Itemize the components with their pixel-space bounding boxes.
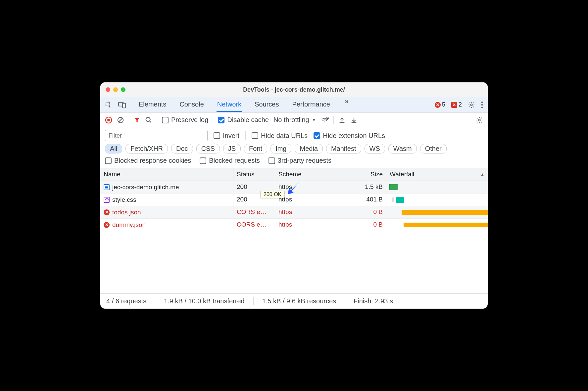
tab-elements[interactable]: Elements <box>138 97 167 112</box>
more-options-icon[interactable] <box>481 101 483 109</box>
preserve-log-checkbox[interactable]: Preserve log <box>162 116 208 124</box>
blocked-cookies-checkbox[interactable]: Blocked response cookies <box>105 157 191 164</box>
checkbox-checked-icon <box>314 132 320 139</box>
svg-point-13 <box>324 121 325 122</box>
errors-badge[interactable]: ✕ 5 <box>435 101 445 108</box>
row-scheme: https <box>275 206 344 218</box>
pill-media[interactable]: Media <box>295 144 322 153</box>
tab-network[interactable]: Network <box>217 97 242 112</box>
col-size[interactable]: Size <box>344 168 386 181</box>
col-waterfall[interactable]: Waterfall ▲ <box>386 168 488 181</box>
row-size: 0 B <box>344 206 386 218</box>
waterfall-bar-icon <box>389 184 398 190</box>
settings-icon[interactable] <box>468 101 475 109</box>
pill-js[interactable]: JS <box>223 144 241 153</box>
hide-data-urls-checkbox[interactable]: Hide data URLs <box>252 132 308 140</box>
issues-badge[interactable]: ✕ 2 <box>451 101 462 108</box>
document-icon <box>104 184 110 190</box>
svg-point-5 <box>481 104 483 106</box>
checkbox-icon <box>105 157 112 164</box>
network-settings-icon[interactable] <box>476 116 483 124</box>
row-waterfall <box>386 219 488 231</box>
table-row[interactable]: ✕ todos.json CORS e… https 0 B <box>100 206 488 219</box>
invert-label: Invert <box>223 132 239 140</box>
devtools-window: DevTools - jec-cors-demo.glitch.me/ Elem… <box>100 82 488 309</box>
resource-type-pills: All Fetch/XHR Doc CSS JS Font Img Media … <box>100 143 488 155</box>
status-resources: 1.5 kB / 9.6 kB resources <box>262 297 336 305</box>
network-conditions-icon[interactable] <box>321 116 329 124</box>
blocked-requests-checkbox[interactable]: Blocked requests <box>200 157 260 164</box>
network-toolbar: Preserve log Disable cache No throttling… <box>100 113 488 127</box>
svg-point-6 <box>481 107 483 108</box>
clear-button[interactable] <box>117 116 124 124</box>
row-waterfall <box>386 206 488 218</box>
pill-css[interactable]: CSS <box>196 144 220 153</box>
issue-icon: ✕ <box>451 102 457 108</box>
row-status: CORS e… <box>233 219 275 231</box>
checkbox-icon <box>214 132 220 139</box>
search-icon[interactable] <box>145 116 152 124</box>
more-tabs-button[interactable]: » <box>343 97 351 112</box>
checkbox-icon <box>269 157 275 164</box>
filter-input[interactable] <box>105 130 208 141</box>
window-title: DevTools - jec-cors-demo.glitch.me/ <box>100 86 488 93</box>
third-party-checkbox[interactable]: 3rd-party requests <box>269 157 331 164</box>
maximize-window-button[interactable] <box>121 87 125 92</box>
col-waterfall-label: Waterfall <box>390 171 414 178</box>
svg-point-3 <box>470 104 472 106</box>
error-icon: ✕ <box>104 222 110 228</box>
error-icon: ✕ <box>435 102 441 108</box>
tab-console[interactable]: Console <box>179 97 204 112</box>
pill-fetch-xhr[interactable]: Fetch/XHR <box>125 144 168 153</box>
svg-point-15 <box>478 119 480 121</box>
row-name: dummy.json <box>112 221 146 229</box>
minimize-window-button[interactable] <box>113 87 118 92</box>
row-name: jec-cors-demo.glitch.me <box>112 184 179 191</box>
sort-asc-icon: ▲ <box>480 172 484 177</box>
divider <box>245 131 246 140</box>
checkbox-checked-icon <box>218 117 224 123</box>
tab-performance[interactable]: Performance <box>292 97 331 112</box>
divider <box>471 116 471 124</box>
throttling-select[interactable]: No throttling ▼ <box>273 116 316 124</box>
pill-all[interactable]: All <box>105 144 122 153</box>
hide-extension-urls-checkbox[interactable]: Hide extension URLs <box>314 132 385 140</box>
disable-cache-label: Disable cache <box>227 116 269 124</box>
pill-img[interactable]: Img <box>270 144 291 153</box>
panel-tabstrip: Elements Console Network Sources Perform… <box>100 97 488 113</box>
pill-manifest[interactable]: Manifest <box>326 144 361 153</box>
invert-checkbox[interactable]: Invert <box>214 132 239 140</box>
inspect-element-icon[interactable] <box>105 101 112 109</box>
pill-font[interactable]: Font <box>244 144 267 153</box>
status-transferred: 1.9 kB / 10.0 kB transferred <box>164 297 244 305</box>
pointer-arrow-icon <box>284 180 302 197</box>
issues-count: 2 <box>459 101 462 108</box>
row-status: CORS e… <box>233 206 275 218</box>
pill-other[interactable]: Other <box>420 144 447 153</box>
close-window-button[interactable] <box>106 87 110 92</box>
col-status[interactable]: Status <box>233 168 275 181</box>
pill-ws[interactable]: WS <box>365 144 385 153</box>
errors-count: 5 <box>442 101 445 108</box>
record-button[interactable] <box>105 116 112 124</box>
network-table-body: jec-cors-demo.glitch.me 200 https 1.5 kB… <box>100 181 488 293</box>
device-toolbar-icon[interactable] <box>118 101 126 109</box>
pill-doc[interactable]: Doc <box>171 144 193 153</box>
col-scheme[interactable]: Scheme <box>275 168 344 181</box>
divider <box>213 116 213 124</box>
tab-sources[interactable]: Sources <box>254 97 279 112</box>
pill-wasm[interactable]: Wasm <box>388 144 417 153</box>
status-finish: Finish: 2.93 s <box>354 297 393 305</box>
checkbox-icon <box>252 132 258 139</box>
checkbox-icon <box>162 117 169 123</box>
download-har-icon[interactable] <box>350 116 358 124</box>
svg-rect-8 <box>107 119 110 121</box>
preserve-log-label: Preserve log <box>171 116 208 124</box>
table-row[interactable]: ✕ dummy.json CORS e… https 0 B <box>100 219 488 231</box>
row-size: 0 B <box>344 219 386 231</box>
upload-har-icon[interactable] <box>338 116 346 124</box>
filter-icon[interactable] <box>134 117 140 123</box>
blocked-cookies-label: Blocked response cookies <box>114 157 191 164</box>
col-name[interactable]: Name <box>100 168 233 181</box>
disable-cache-checkbox[interactable]: Disable cache <box>218 116 269 124</box>
